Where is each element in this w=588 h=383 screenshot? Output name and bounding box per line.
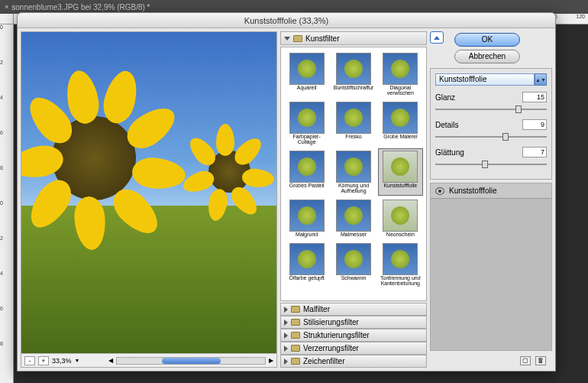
filter-thumb-k-rnung-und-aufhellung[interactable]: Körnung und Aufhellung	[331, 148, 376, 196]
chevron-right-icon	[284, 346, 288, 352]
preview-scrollbar[interactable]	[116, 357, 266, 365]
effect-layer-row[interactable]: Kunststofffolie	[431, 183, 551, 199]
new-effect-button[interactable]: ▢	[520, 356, 531, 365]
filter-thumb-buntstiftschraffur[interactable]: Buntstiftschraffur	[331, 50, 376, 98]
category-label: Verzerrungsfilter	[303, 344, 359, 352]
category-label: Kunstfilter	[305, 34, 339, 43]
ruler-corner	[0, 14, 14, 24]
zoom-dropdown-icon[interactable]: ▼	[75, 358, 80, 363]
filter-thumb-diagonal-verwischen[interactable]: Diagonal verwischen	[378, 50, 423, 98]
param-slider-glanz[interactable]	[435, 104, 547, 115]
param-slider-details[interactable]	[435, 131, 547, 142]
category-verzerrungsfilter[interactable]: Verzerrungsfilter	[280, 342, 427, 355]
folder-icon	[293, 35, 302, 42]
folder-icon	[291, 358, 300, 365]
param-input-glanz[interactable]	[522, 92, 547, 102]
thumb-label: Ölfarbe getupft	[289, 275, 325, 281]
param-slider-glättung[interactable]	[435, 159, 547, 170]
thumb-label: Diagonal verwischen	[380, 85, 421, 96]
filter-thumb-fresko[interactable]: Fresko	[331, 99, 376, 147]
category-label: Malfilter	[303, 305, 330, 313]
category-malfilter[interactable]: Malfilter	[280, 303, 427, 316]
param-input-glättung[interactable]	[522, 147, 547, 157]
category-label: Strukturierungsfilter	[303, 331, 370, 339]
filter-thumb-tontrennung-und-kantenbetonung[interactable]: Tontrennung und Kantenbetonung	[378, 241, 423, 288]
filter-thumb-grobe-malerei[interactable]: Grobe Malerei	[378, 99, 423, 147]
close-icon[interactable]: ×	[5, 3, 8, 11]
preview-pane: - + 33,3% ▼ ◀ ▶	[21, 31, 277, 368]
filter-list-pane: Kunstfilter AquarellBuntstiftschraffurDi…	[280, 31, 427, 368]
select-arrow-icon[interactable]: ▲▼	[535, 73, 547, 86]
thumb-label: Grobes Pastell	[289, 183, 325, 188]
folder-icon	[291, 306, 300, 313]
chevron-right-icon	[284, 333, 288, 339]
document-title: sonnenblume3.JPG bei 32,9% (RGB/8) *	[11, 3, 150, 11]
thumb-label: Buntstiftschraffur	[334, 85, 373, 90]
filter-thumb-neonschein[interactable]: Neonschein	[378, 197, 423, 239]
cancel-button[interactable]: Abbrechen	[454, 50, 520, 63]
filter-select[interactable]: Kunststofffolie	[435, 73, 535, 86]
category-header-kunstfilter[interactable]: Kunstfilter	[280, 31, 427, 45]
delete-effect-button[interactable]: 🗑	[535, 356, 546, 365]
thumb-label: Fresko	[345, 134, 361, 139]
thumb-label: Aquarell	[297, 85, 317, 90]
effect-layer-label: Kunststofffolie	[449, 187, 496, 195]
param-label: Glanz	[435, 93, 522, 102]
settings-pane: OK Abbrechen Kunststofffolie ▲▼ GlanzDet…	[430, 31, 552, 368]
param-input-details[interactable]	[522, 119, 547, 130]
category-stilisierungsfilter[interactable]: Stilisierungsfilter	[280, 316, 427, 329]
filter-params: Kunststofffolie ▲▼ GlanzDetailsGlättung	[430, 68, 552, 180]
thumb-label: Tontrennung und Kantenbetonung	[380, 275, 421, 286]
expand-icon	[284, 37, 290, 41]
preview-image[interactable]	[21, 32, 276, 353]
folder-icon	[291, 319, 300, 326]
category-label: Zeichenfilter	[303, 357, 344, 365]
filter-thumb-schwamm[interactable]: Schwamm	[331, 241, 376, 288]
thumb-label: Körnung und Aufhellung	[333, 183, 373, 193]
folder-icon	[291, 345, 300, 352]
ruler-vertical: 0 2 4 6 8 0 2 4 6 8	[0, 24, 14, 383]
ok-button[interactable]: OK	[454, 33, 520, 47]
filter-thumb-malgrund[interactable]: Malgrund	[284, 197, 329, 239]
zoom-in-button[interactable]: +	[38, 356, 49, 365]
category-label: Stilisierungsfilter	[303, 318, 359, 326]
thumb-label: Malmesser	[341, 232, 367, 237]
filter-thumb-kunststofffolie[interactable]: Kunststofffolie	[378, 148, 423, 196]
chevron-right-icon	[284, 359, 288, 365]
zoom-out-button[interactable]: -	[24, 356, 35, 365]
zoom-level: 33,3%	[52, 357, 72, 365]
chevron-right-icon	[284, 307, 288, 313]
category-zeichenfilter[interactable]: Zeichenfilter	[280, 355, 427, 368]
scroll-right-icon[interactable]: ▶	[269, 357, 273, 364]
filter-thumb--lfarbe-getupft[interactable]: Ölfarbe getupft	[284, 241, 329, 288]
filter-gallery-dialog: Kunststofffolie (33,3%)	[17, 12, 556, 372]
chevron-right-icon	[284, 320, 288, 326]
thumb-label: Grobe Malerei	[383, 134, 417, 139]
filter-thumb-malmesser[interactable]: Malmesser	[331, 197, 376, 239]
filter-thumbnails: AquarellBuntstiftschraffurDiagonal verwi…	[280, 47, 427, 301]
visibility-icon[interactable]	[435, 187, 444, 195]
thumb-label: Kunststofffolie	[383, 183, 417, 188]
thumb-label: Schwamm	[341, 275, 367, 281]
param-label: Glättung	[435, 148, 522, 157]
thumb-label: Farbpapier-Collage	[286, 134, 327, 144]
chevron-up-icon	[434, 36, 440, 40]
scroll-left-icon[interactable]: ◀	[108, 357, 113, 364]
filter-thumb-aquarell[interactable]: Aquarell	[284, 50, 329, 98]
effect-layers: Kunststofffolie	[430, 183, 552, 351]
thumb-label: Neonschein	[386, 232, 415, 237]
filter-thumb-grobes-pastell[interactable]: Grobes Pastell	[284, 148, 329, 196]
thumb-label: Malgrund	[296, 232, 318, 237]
category-strukturierungsfilter[interactable]: Strukturierungsfilter	[280, 329, 427, 342]
param-label: Details	[435, 121, 522, 129]
folder-icon	[291, 332, 300, 339]
filter-thumb-farbpapier-collage[interactable]: Farbpapier-Collage	[284, 99, 329, 147]
collapse-button[interactable]	[430, 31, 444, 44]
dialog-title: Kunststofffolie (33,3%)	[18, 13, 555, 28]
